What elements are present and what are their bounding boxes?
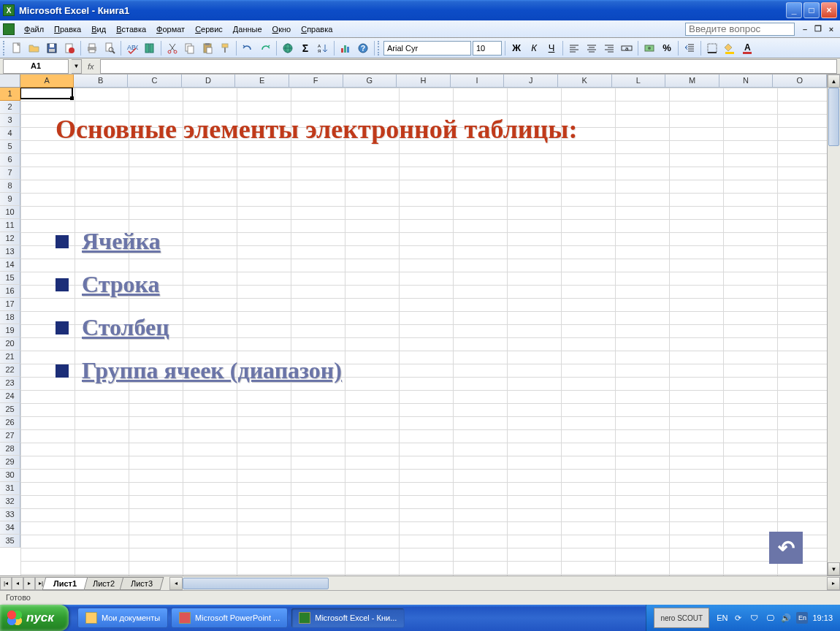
start-button[interactable]: пуск [0,605,69,631]
row-header-11[interactable]: 11 [0,219,20,232]
row-header-10[interactable]: 10 [0,206,20,219]
name-box-dropdown[interactable]: ▼ [72,59,82,74]
menu-file[interactable]: Файл [19,23,49,36]
row-header-15[interactable]: 15 [0,272,20,285]
align-left-button[interactable] [566,40,582,56]
vertical-scrollbar[interactable]: ▲ ▼ [827,74,840,575]
menu-data[interactable]: Данные [228,23,267,36]
merge-center-button[interactable]: a [619,40,635,56]
cut-button[interactable] [164,40,180,56]
col-header-F[interactable]: F [289,74,343,88]
row-header-5[interactable]: 5 [0,140,20,153]
fill-color-button[interactable] [722,40,738,56]
formula-input[interactable] [100,59,837,74]
row-header-27[interactable]: 27 [0,429,20,443]
row-header-3[interactable]: 3 [0,114,20,127]
print-button[interactable] [84,40,100,56]
taskbar-item-powerpoint[interactable]: Microsoft PowerPoint ... [171,608,288,628]
col-header-O[interactable]: O [773,74,827,88]
new-button[interactable] [9,40,25,56]
col-header-C[interactable]: C [128,74,182,88]
currency-button[interactable] [641,40,657,56]
bullet-item-cell[interactable]: Ячейка [56,228,805,255]
col-header-N[interactable]: N [719,74,774,88]
font-color-button[interactable]: A [739,40,755,56]
row-header-16[interactable]: 16 [0,285,20,298]
menu-tools[interactable]: Сервис [190,23,228,36]
permission-button[interactable] [61,40,77,56]
undo-button[interactable] [240,40,256,56]
hyperlink-button[interactable] [280,40,296,56]
align-center-button[interactable] [584,40,600,56]
paste-button[interactable] [199,40,215,56]
row-header-25[interactable]: 25 [0,403,20,416]
row-header-8[interactable]: 8 [0,180,20,193]
row-header-34[interactable]: 34 [0,521,20,535]
row-header-4[interactable]: 4 [0,127,20,140]
sheet-tab-3[interactable]: Лист3 [120,577,164,590]
mdi-close-button[interactable]: × [825,24,837,34]
row-header-33[interactable]: 33 [0,508,20,521]
mdi-restore-button[interactable]: ❐ [812,24,824,34]
minimize-button[interactable]: _ [786,2,802,18]
bullet-item-row[interactable]: Строка [56,271,805,298]
menu-insert[interactable]: Вставка [111,23,151,36]
name-box[interactable]: A1 [3,59,69,74]
active-cell-cursor[interactable] [20,88,73,99]
row-header-35[interactable]: 35 [0,535,20,548]
scroll-up-button[interactable]: ▲ [828,74,840,88]
row-header-23[interactable]: 23 [0,377,20,390]
col-header-M[interactable]: M [665,74,719,88]
row-header-2[interactable]: 2 [0,101,20,114]
menu-view[interactable]: Вид [86,23,111,36]
tray-icon-lang2[interactable]: En [796,612,808,624]
decrease-indent-button[interactable] [681,40,698,56]
research-button[interactable] [142,40,158,56]
row-header-1[interactable]: 1 [0,88,20,101]
sheet-tab-1[interactable]: Лист1 [42,577,88,590]
sort-asc-button[interactable]: АЯ [315,40,331,56]
language-indicator[interactable]: EN [717,613,728,622]
col-header-L[interactable]: L [612,74,666,88]
tab-next-button[interactable]: ▸ [23,577,35,590]
row-header-29[interactable]: 29 [0,456,20,469]
toolbar-grip-2[interactable] [378,41,381,56]
row-header-30[interactable]: 30 [0,469,20,482]
bold-button[interactable]: Ж [508,40,524,56]
row-header-14[interactable]: 14 [0,259,20,272]
percent-button[interactable]: % [659,40,675,56]
taskbar-item-documents[interactable]: Мои документы [77,608,168,628]
row-header-26[interactable]: 26 [0,416,20,429]
row-header-19[interactable]: 19 [0,324,20,337]
underline-button[interactable]: Ч [543,40,560,56]
menu-edit[interactable]: Правка [49,23,86,36]
horizontal-scrollbar[interactable]: ◂ ▸ [169,577,840,590]
return-button[interactable]: ↶ [769,532,803,564]
row-header-9[interactable]: 9 [0,193,20,206]
col-header-E[interactable]: E [235,74,289,88]
tab-prev-button[interactable]: ◂ [12,577,23,590]
font-name-select[interactable] [383,41,471,56]
chart-wizard-button[interactable] [337,40,354,56]
tab-first-button[interactable]: |◂ [0,577,12,590]
scroll-right-button[interactable]: ▸ [827,577,840,590]
tray-icon-3[interactable]: 🖵 [764,612,776,624]
menu-format[interactable]: Формат [151,23,190,36]
row-header-17[interactable]: 17 [0,298,20,311]
close-button[interactable]: × [821,2,837,18]
select-all-corner[interactable] [0,74,20,88]
hscroll-thumb[interactable] [183,578,329,589]
toolbar-grip[interactable] [3,41,6,56]
col-header-J[interactable]: J [504,74,558,88]
copy-button[interactable] [182,40,198,56]
spelling-button[interactable]: ABC [124,40,140,56]
menu-help[interactable]: Справка [296,23,337,36]
row-header-20[interactable]: 20 [0,337,20,351]
fx-icon[interactable]: fx [88,62,94,71]
row-header-7[interactable]: 7 [0,167,20,180]
tray-icon-1[interactable]: ⟳ [732,612,744,624]
help-question-input[interactable] [685,23,795,36]
redo-button[interactable] [257,40,273,56]
mdi-minimize-button[interactable]: – [799,24,811,34]
vscroll-thumb[interactable] [828,88,839,146]
